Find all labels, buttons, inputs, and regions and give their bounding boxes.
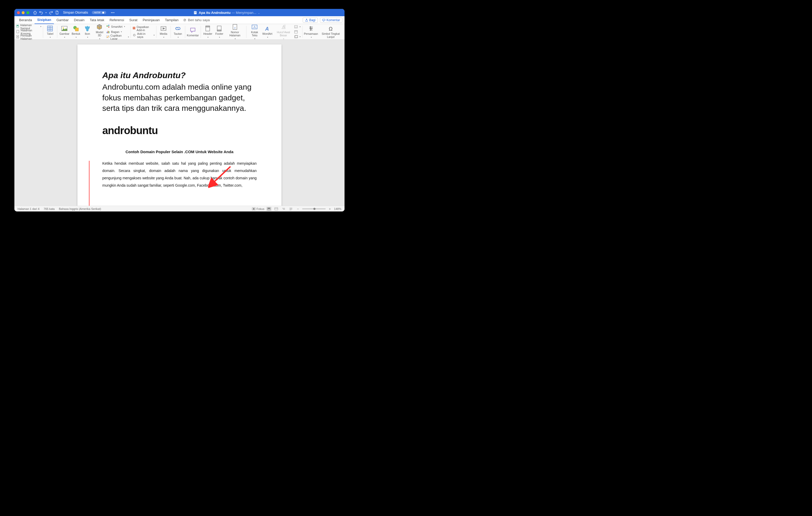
- autosave-label: Simpan Otomatis: [63, 11, 88, 14]
- home-icon[interactable]: [33, 10, 37, 14]
- more-icon[interactable]: •••: [111, 10, 115, 14]
- halaman-sampul-button[interactable]: Halaman Sampul: [16, 24, 41, 29]
- tab-sisipkan[interactable]: Sisipkan: [34, 16, 54, 24]
- simbol-button[interactable]: ΩSimbol Tingkat Lanjut: [319, 25, 343, 38]
- tab-gambar[interactable]: Gambar: [54, 16, 71, 24]
- svg-rect-21: [108, 25, 109, 26]
- document-page[interactable]: Apa itu Androbuntu? Androbuntu.com adala…: [78, 44, 282, 206]
- view-web-icon[interactable]: [273, 207, 279, 211]
- tab-referensi[interactable]: Referensi: [107, 16, 127, 24]
- svg-rect-20: [107, 26, 108, 27]
- tab-surat[interactable]: Surat: [126, 16, 140, 24]
- view-outline-icon[interactable]: [281, 207, 286, 211]
- status-lang[interactable]: Bahasa Inggris (Amerika Serikat): [59, 207, 101, 210]
- signature-line-button[interactable]: [294, 25, 300, 29]
- svg-rect-13: [17, 35, 19, 36]
- ikon-button[interactable]: Ikon: [82, 25, 93, 38]
- kotak-teks-button[interactable]: AKotak Teks: [248, 24, 261, 40]
- view-print-icon[interactable]: [266, 207, 271, 211]
- svg-text:A: A: [254, 25, 256, 29]
- persamaan-button[interactable]: πPersamaan: [304, 25, 318, 38]
- svg-rect-22: [108, 27, 109, 28]
- zoom-out-button[interactable]: −: [296, 207, 300, 211]
- svg-rect-53: [275, 208, 278, 210]
- comments-button[interactable]: Komentar: [320, 18, 342, 23]
- svg-rect-24: [108, 31, 108, 33]
- footer-button[interactable]: Footer: [214, 25, 225, 38]
- svg-rect-19: [75, 28, 79, 31]
- tab-beranda[interactable]: Beranda: [17, 16, 34, 24]
- svg-rect-29: [134, 28, 134, 28]
- autosave-toggle[interactable]: AKTIF: [92, 11, 107, 14]
- svg-text:A: A: [265, 26, 269, 32]
- header-button[interactable]: Header: [202, 25, 213, 38]
- svg-text:Ω: Ω: [329, 26, 333, 32]
- window-controls: [17, 11, 29, 14]
- document-canvas[interactable]: Apa itu Androbuntu? Androbuntu.com adala…: [14, 40, 345, 206]
- focus-mode[interactable]: Fokus: [252, 207, 264, 210]
- komentar-button[interactable]: Komentar: [187, 27, 199, 37]
- ribbon-tabs: Beranda Sisipkan Gambar Desain Tata leta…: [14, 16, 345, 24]
- datetime-button[interactable]: [294, 30, 298, 34]
- svg-rect-42: [295, 31, 297, 33]
- svg-rect-23: [107, 32, 107, 33]
- svg-text:#: #: [234, 27, 236, 29]
- doc-logo: androbuntu: [102, 125, 257, 136]
- file-icon[interactable]: [55, 10, 59, 14]
- annotation-arrow: [208, 162, 234, 189]
- zoom-slider[interactable]: [302, 208, 326, 209]
- svg-rect-3: [194, 13, 196, 13]
- smartart-button[interactable]: SmartArt: [106, 24, 125, 29]
- zoom-level[interactable]: 148%: [334, 207, 341, 210]
- undo-icon[interactable]: [39, 10, 43, 14]
- cuplikan-button[interactable]: Cuplikan Layar: [106, 35, 129, 39]
- svg-line-47: [213, 166, 230, 183]
- gambar-button[interactable]: Gambar: [59, 25, 70, 38]
- svg-rect-1: [194, 12, 196, 12]
- bentuk-button[interactable]: Bentuk: [70, 25, 81, 38]
- svg-rect-52: [268, 209, 270, 209]
- redo-icon[interactable]: [49, 10, 53, 14]
- close-button[interactable]: [17, 11, 20, 14]
- tellme-search[interactable]: Beri tahu saya: [183, 18, 210, 22]
- tab-tampilan[interactable]: Tampilan: [163, 16, 181, 24]
- margin-indicator: [89, 161, 89, 206]
- svg-rect-14: [17, 37, 19, 38]
- tab-tataletak[interactable]: Tata letak: [87, 16, 107, 24]
- tautan-button[interactable]: Tautan: [172, 25, 183, 38]
- svg-rect-41: [295, 26, 297, 28]
- object-button[interactable]: [294, 34, 300, 39]
- svg-point-9: [184, 20, 185, 20]
- status-words[interactable]: 765 kata: [44, 207, 55, 210]
- undo-chevron-icon[interactable]: ▾: [45, 10, 47, 14]
- view-draft-icon[interactable]: [288, 207, 293, 211]
- tab-desain[interactable]: Desain: [71, 16, 87, 24]
- hurufawal-button[interactable]: AHuruf Awal Besar: [273, 24, 293, 40]
- tabel-button[interactable]: Tabel: [45, 25, 55, 38]
- model3d-button[interactable]: Model 3D: [93, 24, 106, 40]
- svg-rect-32: [206, 26, 210, 27]
- minimize-button[interactable]: [22, 11, 25, 14]
- word-window: ▾ Simpan Otomatis AKTIF ••• Apa itu Andr…: [14, 9, 345, 211]
- doc-intro: Androbuntu.com adalah media online yang …: [102, 82, 257, 114]
- document-title[interactable]: Apa itu Androbuntu — Menyimpan... ⌄: [115, 11, 339, 14]
- zoom-button[interactable]: [26, 11, 29, 14]
- svg-rect-15: [48, 26, 53, 31]
- nomor-halaman-button[interactable]: #Nomor Halaman: [225, 24, 244, 40]
- halaman-kosong-button[interactable]: Halaman Kosong: [16, 30, 41, 34]
- ribbon: Halaman Sampul Halaman Kosong Pemisah Ha…: [14, 24, 345, 40]
- media-button[interactable]: Media: [158, 25, 169, 38]
- svg-rect-49: [253, 208, 254, 209]
- status-bar: Halaman 1 dari 4 765 kata Bahasa Inggris…: [14, 206, 345, 211]
- tab-peninjauan[interactable]: Peninjauan: [140, 16, 162, 24]
- zoom-in-button[interactable]: +: [328, 207, 332, 211]
- titlebar: ▾ Simpan Otomatis AKTIF ••• Apa itu Andr…: [14, 9, 345, 16]
- pemisah-halaman-button[interactable]: Pemisah Halaman: [16, 35, 41, 39]
- share-button[interactable]: Bagi: [303, 18, 318, 23]
- addin-saya-button[interactable]: Add-in saya: [133, 33, 154, 38]
- wordart-button[interactable]: AWordArt: [262, 25, 273, 38]
- bagan-button[interactable]: Bagan: [106, 30, 122, 34]
- svg-rect-51: [268, 208, 270, 208]
- status-page[interactable]: Halaman 1 dari 4: [18, 207, 39, 210]
- dapatkan-addin-button[interactable]: Dapatkan Add-in: [133, 26, 154, 31]
